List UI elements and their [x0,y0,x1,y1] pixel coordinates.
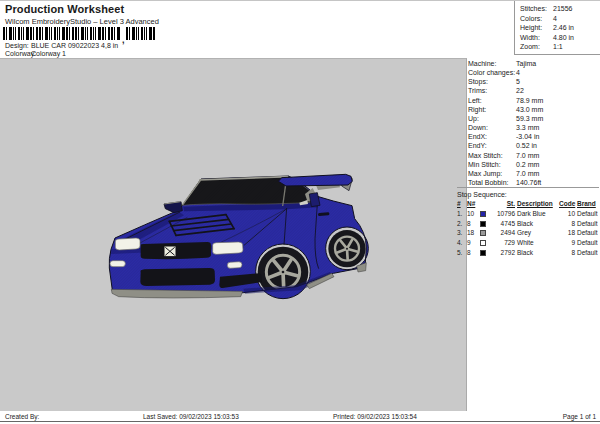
thread-color-swatch [480,228,488,238]
stop-sequence-row: 3. 18 2494 Grey 18 Default [457,228,599,238]
row-n: 8 [467,248,478,258]
width-value: 4.80 in [553,34,574,41]
stat-label-endx: EndX: [468,132,516,141]
stop-sequence-row: 2. 8 4745 Black 8 Default [457,219,599,229]
page-footer: Created By: Last Saved: 09/02/2023 15:03… [0,411,600,422]
col-header-st: St. [490,199,515,209]
row-description: White [517,238,557,248]
stat-value-down: 3.3 mm [516,124,539,131]
stat-value-machine: Tajima [516,60,536,67]
row-num: 5. [457,248,465,258]
row-description: Black [517,219,557,229]
stitches-value: 21556 [553,5,572,12]
stat-value-color-changes: 4 [516,69,520,76]
height-value: 2.46 in [553,24,574,31]
production-worksheet-page: Production Worksheet Wilcom EmbroiderySt… [0,0,600,424]
row-code: 8 [559,219,575,229]
stat-value-left: 78.9 mm [516,97,543,104]
row-brand: Default [577,238,599,248]
stop-sequence-row: 4. 9 729 White 9 Default [457,238,599,248]
colorway-label: Colorway: [5,50,31,58]
col-header-description: Description [517,199,557,209]
row-num: 3. [457,228,465,238]
stat-label-stops: Stops: [468,77,516,86]
zoom-value: 1:1 [553,43,563,50]
row-description: Grey [517,228,557,238]
last-saved-timestamp: Last Saved: 09/02/2023 15:03:53 [143,413,239,420]
rear-wheel [328,230,365,267]
colors-value: 4 [553,15,557,22]
row-num: 1. [457,209,465,219]
row-n: 10 [467,209,478,219]
stop-sequence-row: 1. 10 10796 Dark Blue 10 Default [457,209,599,219]
left-headlight [115,238,140,250]
stop-sequence-header-row: # N# St. Description Code Brand [457,199,599,209]
grille-badge [164,246,176,257]
height-label: Height: [520,23,553,33]
stop-sequence-title: Stop Sequence: [457,190,599,199]
stat-value-right: 43.0 mm [516,106,543,113]
right-headlight [213,242,243,254]
stat-value-total-bobbin: 140.76ft [516,179,541,186]
machine-stats-panel: Machine:Tajima Color changes:4 Stops:5 T… [468,59,598,187]
page-number: Page 1 of 1 [563,413,596,420]
col-header-swatch [480,199,488,209]
row-brand: Default [577,219,599,229]
design-summary-box: Stitches:21556 Colors:4 Height:2.46 in W… [514,1,600,55]
stat-label-total-bobbin: Total Bobbin: [468,178,516,187]
row-num: 4. [457,238,465,248]
stat-label-right: Right: [468,105,516,114]
row-description: Dark Blue [517,209,557,219]
right-marker-light [227,262,242,269]
created-by-label: Created By: [5,413,39,420]
stat-label-left: Left: [468,96,516,105]
col-header-num: # [457,199,465,209]
row-brand: Default [577,228,599,238]
page-title: Production Worksheet [5,3,124,15]
stat-value-max-stitch: 7.0 mm [516,152,539,159]
stat-label-min-stitch: Min Stitch: [468,160,516,169]
row-num: 2. [457,219,465,229]
design-barcode: , [3,27,156,40]
stat-label-color-changes: Color changes: [468,68,516,77]
stat-label-up: Up: [468,114,516,123]
stat-label-machine: Machine: [468,59,516,68]
printed-timestamp: Printed: 09/02/2023 15:03:54 [333,413,417,420]
stitches-label: Stitches: [520,4,553,14]
app-subtitle: Wilcom EmbroideryStudio – Level 3 Advanc… [5,17,159,26]
row-stitches: 729 [490,238,515,248]
thread-color-swatch [480,209,488,219]
car-embroidery-preview [100,162,400,312]
colors-label: Colors: [520,14,553,24]
row-brand: Default [577,209,599,219]
row-stitches: 2792 [490,248,515,258]
zoom-label: Zoom: [520,42,553,52]
row-stitches: 10796 [490,209,515,219]
row-description: Black [517,248,557,258]
row-n: 18 [467,228,478,238]
colorway-row: Colorway:Colorway 1 [5,50,66,58]
stat-value-endx: -3.04 in [516,133,539,140]
row-n: 9 [467,238,478,248]
thread-color-swatch [480,219,488,229]
row-code: 10 [559,209,575,219]
row-code: 8 [559,248,575,258]
width-label: Width: [520,33,553,43]
barcode-bars-group1 [3,27,121,40]
row-code: 9 [559,238,575,248]
stat-label-max-jump: Max Jump: [468,169,516,178]
row-stitches: 2494 [490,228,515,238]
design-value: BLUE CAR 09022023 4,8 in [31,42,118,49]
colorway-value: Colorway 1 [31,50,66,57]
design-canvas [0,58,467,411]
stat-label-trims: Trims: [468,86,516,95]
stat-value-trims: 22 [516,87,524,94]
row-n: 8 [467,219,478,229]
barcode-separator: , [122,35,125,45]
stat-value-min-stitch: 0.2 mm [516,161,539,168]
design-label: Design: [5,42,31,50]
stat-label-down: Down: [468,123,516,132]
col-header-brand: Brand [577,199,599,209]
col-header-n: N# [467,199,478,209]
stop-sequence-panel: Stop Sequence: # N# St. Description Code… [457,187,599,258]
